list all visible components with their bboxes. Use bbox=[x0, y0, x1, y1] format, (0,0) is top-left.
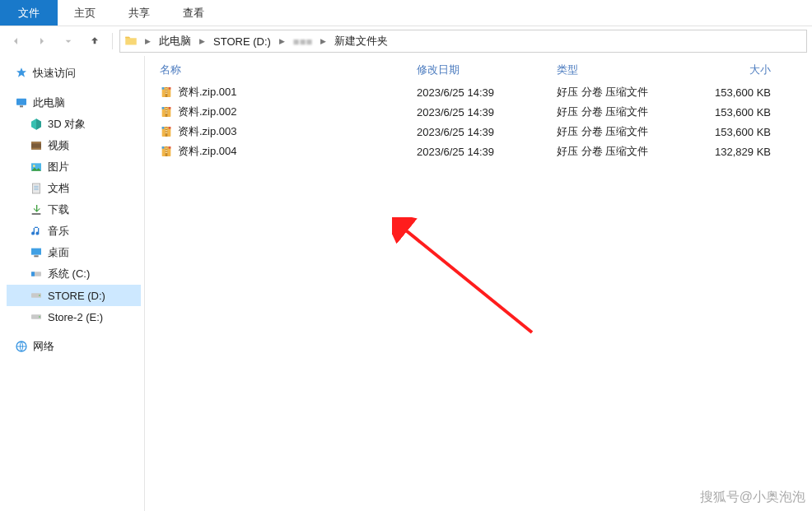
svg-rect-38 bbox=[166, 130, 168, 131]
svg-rect-11 bbox=[32, 213, 41, 215]
sidebar-item-desktop[interactable]: 桌面 bbox=[7, 242, 141, 263]
svg-rect-27 bbox=[169, 87, 171, 90]
chevron-down-icon bbox=[62, 35, 75, 48]
svg-line-49 bbox=[402, 227, 532, 332]
arrow-right-icon bbox=[35, 35, 49, 48]
star-icon bbox=[15, 67, 28, 80]
svg-rect-48 bbox=[169, 146, 171, 149]
sidebar-item-download[interactable]: 下载 bbox=[7, 199, 141, 221]
svg-rect-32 bbox=[166, 113, 168, 114]
drive-c-icon bbox=[30, 267, 43, 281]
file-row[interactable]: 资料.zip.0032023/6/25 14:39好压 分卷 压缩文件153,6… bbox=[145, 122, 812, 142]
file-name: 资料.zip.003 bbox=[178, 124, 237, 139]
sidebar-item-drive[interactable]: STORE (D:) bbox=[7, 285, 141, 306]
svg-rect-15 bbox=[31, 272, 35, 276]
download-icon bbox=[30, 203, 43, 216]
sidebar-this-pc[interactable]: 此电脑 bbox=[7, 92, 141, 114]
svg-rect-3 bbox=[31, 142, 41, 143]
file-type: 好压 分卷 压缩文件 bbox=[557, 124, 688, 139]
video-icon bbox=[30, 139, 43, 152]
sidebar-item-label: 音乐 bbox=[48, 224, 69, 239]
nav-back-button[interactable] bbox=[5, 30, 26, 52]
annotation-arrow bbox=[392, 217, 557, 349]
svg-rect-47 bbox=[162, 146, 165, 149]
svg-rect-26 bbox=[162, 87, 165, 90]
svg-rect-37 bbox=[166, 128, 168, 128]
network-icon bbox=[15, 340, 28, 353]
svg-rect-12 bbox=[31, 249, 41, 255]
file-type: 好压 分卷 压缩文件 bbox=[557, 144, 688, 159]
svg-rect-34 bbox=[169, 107, 171, 109]
svg-rect-25 bbox=[166, 93, 168, 94]
col-header-type[interactable]: 类型 bbox=[557, 63, 688, 77]
file-row[interactable]: 资料.zip.0042023/6/25 14:39好压 分卷 压缩文件132,8… bbox=[145, 142, 812, 161]
file-type: 好压 分卷 压缩文件 bbox=[557, 105, 688, 119]
svg-rect-31 bbox=[166, 110, 168, 111]
file-size: 132,829 KB bbox=[688, 146, 787, 158]
sidebar-item-label: 网络 bbox=[33, 339, 54, 354]
file-row[interactable]: 资料.zip.0022023/6/25 14:39好压 分卷 压缩文件153,6… bbox=[145, 102, 812, 122]
file-date: 2023/6/25 14:39 bbox=[417, 86, 557, 99]
desktop-icon bbox=[30, 246, 43, 259]
sidebar-item-label: 3D 对象 bbox=[48, 117, 86, 132]
tab-home[interactable]: 主页 bbox=[58, 0, 112, 26]
svg-rect-24 bbox=[166, 91, 168, 91]
svg-rect-4 bbox=[31, 148, 41, 150]
svg-point-6 bbox=[33, 165, 35, 167]
sidebar-item-picture[interactable]: 图片 bbox=[7, 156, 141, 178]
tab-view[interactable]: 查看 bbox=[166, 0, 221, 26]
sidebar-network[interactable]: 网络 bbox=[7, 336, 141, 357]
svg-rect-0 bbox=[16, 99, 26, 105]
chevron-right-icon: ▶ bbox=[317, 37, 329, 45]
breadcrumb-hidden[interactable]: ■■■ bbox=[288, 30, 318, 52]
svg-rect-1 bbox=[20, 105, 23, 107]
sidebar-item-drive-c[interactable]: 系统 (C:) bbox=[7, 263, 141, 285]
file-name: 资料.zip.004 bbox=[178, 144, 237, 159]
drive-icon bbox=[30, 310, 43, 323]
cube-icon bbox=[30, 118, 43, 131]
arrow-up-icon bbox=[88, 35, 101, 48]
sidebar-item-drive[interactable]: Store-2 (E:) bbox=[7, 306, 141, 328]
breadcrumb-this-pc[interactable]: 此电脑 bbox=[154, 30, 196, 52]
nav-up-button[interactable] bbox=[84, 30, 105, 52]
breadcrumb-drive[interactable]: STORE (D:) bbox=[208, 30, 276, 52]
breadcrumb-current[interactable]: 新建文件夹 bbox=[329, 30, 393, 52]
col-header-date[interactable]: 修改日期 bbox=[417, 63, 557, 77]
sidebar-quick-access[interactable]: 快速访问 bbox=[7, 63, 141, 84]
ribbon: 文件 主页 共享 查看 bbox=[0, 0, 812, 26]
tab-share[interactable]: 共享 bbox=[112, 0, 166, 26]
address-bar[interactable]: ▶ 此电脑 ▶ STORE (D:) ▶ ■■■ ▶ 新建文件夹 bbox=[119, 30, 807, 53]
nav-recent-button[interactable] bbox=[58, 30, 79, 52]
sidebar-item-music[interactable]: 音乐 bbox=[7, 221, 141, 242]
sidebar-item-label: 文档 bbox=[48, 181, 69, 196]
arrow-left-icon bbox=[9, 35, 22, 48]
navbar: ▶ 此电脑 ▶ STORE (D:) ▶ ■■■ ▶ 新建文件夹 bbox=[0, 26, 812, 56]
sidebar-item-label: 桌面 bbox=[48, 245, 69, 260]
sidebar-item-label: 此电脑 bbox=[33, 95, 65, 110]
tab-file[interactable]: 文件 bbox=[0, 0, 58, 26]
body: 快速访问 此电脑 3D 对象视频图片文档下载音乐桌面系统 (C:)STORE (… bbox=[0, 56, 812, 511]
svg-rect-41 bbox=[169, 127, 171, 129]
picture-icon bbox=[30, 160, 43, 174]
col-header-name[interactable]: 名称 bbox=[145, 63, 417, 77]
drive-icon bbox=[30, 289, 43, 302]
zip-icon bbox=[160, 125, 173, 138]
doc-icon bbox=[30, 182, 43, 195]
file-row[interactable]: 资料.zip.0012023/6/25 14:39好压 分卷 压缩文件153,6… bbox=[145, 82, 812, 102]
sidebar-item-label: STORE (D:) bbox=[48, 290, 105, 302]
svg-rect-44 bbox=[166, 147, 168, 148]
svg-rect-23 bbox=[166, 88, 168, 89]
svg-rect-7 bbox=[32, 183, 40, 193]
nav-forward-button[interactable] bbox=[31, 30, 53, 52]
svg-rect-33 bbox=[162, 107, 165, 109]
sidebar-item-cube[interactable]: 3D 对象 bbox=[7, 114, 141, 135]
zip-icon bbox=[160, 145, 173, 158]
col-header-size[interactable]: 大小 bbox=[688, 63, 787, 77]
zip-icon bbox=[160, 105, 173, 118]
sidebar-item-label: 图片 bbox=[48, 160, 69, 174]
sidebar-item-video[interactable]: 视频 bbox=[7, 135, 141, 156]
sidebar-item-label: Store-2 (E:) bbox=[48, 311, 103, 323]
music-icon bbox=[30, 225, 43, 238]
column-headers: 名称 修改日期 类型 大小 bbox=[145, 61, 812, 82]
sidebar-item-doc[interactable]: 文档 bbox=[7, 178, 141, 199]
